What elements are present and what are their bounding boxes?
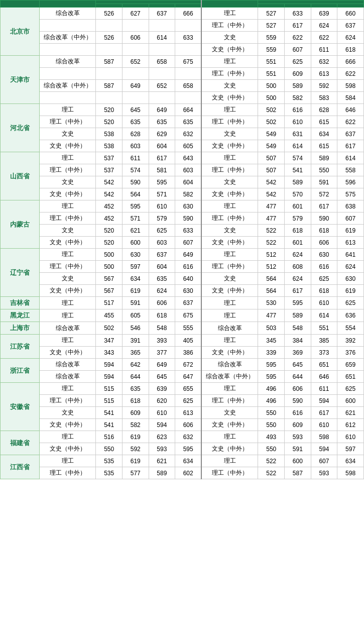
avg-2019-cell: 385 xyxy=(311,335,337,347)
max-2019-cell: 598 xyxy=(337,80,364,92)
table-row: 辽宁省理工500630637649理工512624630641 xyxy=(1,249,364,261)
cat-2019-cell: 理工（中外） xyxy=(201,395,258,407)
table-row: 理工（中外）500597604616理工（中外）512608616624 xyxy=(1,261,364,273)
cat-2020-cell: 理工 xyxy=(39,383,96,395)
key-2020-cell: 515 xyxy=(96,395,123,407)
key-2020-cell: 594 xyxy=(96,359,123,371)
min-2019-cell: 600 xyxy=(285,455,311,467)
key-2019-cell: 522 xyxy=(258,237,285,249)
table-row: 内蒙古理工452595610630理工477601617638 xyxy=(1,200,364,213)
key-2020-cell: 567 xyxy=(96,285,123,297)
cat-2020-cell: 理工 xyxy=(39,200,96,213)
table-row: 理工（中外）535577589602理工（中外）522587593598 xyxy=(1,467,364,479)
min-2019-cell: 587 xyxy=(285,467,311,479)
min-2019-cell: 609 xyxy=(285,68,311,80)
min-2019-cell: 579 xyxy=(285,213,311,225)
avg-2020-cell: 639 xyxy=(149,383,175,395)
category-header-2019 xyxy=(201,1,258,8)
max-2019-cell: 554 xyxy=(337,322,364,335)
max-2019-cell: 575 xyxy=(337,188,364,200)
key-2019-cell: 522 xyxy=(258,225,285,237)
cat-2019-cell: 理工（中外） xyxy=(201,164,258,176)
max-2019-cell: 392 xyxy=(337,335,364,347)
province-cell: 吉林省 xyxy=(1,297,40,309)
avg-2020-cell: 610 xyxy=(149,200,175,213)
min-2020-cell: 645 xyxy=(122,104,149,116)
min-2020-cell xyxy=(122,44,149,56)
avg-2019-cell: 593 xyxy=(311,467,337,479)
cat-2020-cell: 文史（中外） xyxy=(39,285,96,297)
table-row: 吉林省理工517591606637理工530595610625 xyxy=(1,297,364,309)
key-2020-cell: 538 xyxy=(96,128,123,140)
min-2019-cell: 614 xyxy=(285,140,311,152)
max-2020-cell: 640 xyxy=(175,273,202,285)
cat-2020-cell: 文史 xyxy=(39,407,96,419)
max-2019-cell: 622 xyxy=(337,116,364,128)
max-2019-cell: 617 xyxy=(337,140,364,152)
min-2019-cell: 595 xyxy=(285,297,311,309)
table-wrapper: 北京市综合改革526627637666理工527633639660理工（中外）5… xyxy=(0,0,364,479)
key-2019-cell: 522 xyxy=(258,455,285,467)
min-2020-cell: 644 xyxy=(122,371,149,383)
province-cell: 黑龙江 xyxy=(1,309,40,322)
table-row: 文史520621625633文史522618618619 xyxy=(1,225,364,237)
key-2020-cell xyxy=(96,68,123,80)
key-2020-cell: 541 xyxy=(96,419,123,431)
max-2020-cell: 632 xyxy=(175,431,202,443)
avg-2019-cell: 607 xyxy=(311,455,337,467)
year-2019-header xyxy=(258,1,364,4)
avg-2019-cell: 634 xyxy=(311,128,337,140)
avg-2019-cell: 618 xyxy=(311,225,337,237)
key-2019-cell: 559 xyxy=(258,44,285,56)
province-cell: 天津市 xyxy=(1,56,40,104)
avg-2019-cell: 616 xyxy=(311,261,337,273)
cat-2019-cell: 文史 xyxy=(201,32,258,44)
min-2020-cell: 577 xyxy=(122,467,149,479)
min-2019-cell: 607 xyxy=(285,44,311,56)
cat-2019-cell: 文史 xyxy=(201,80,258,92)
cat-2019-cell: 理工 xyxy=(201,200,258,213)
avg-2019-cell: 598 xyxy=(311,431,337,443)
key-2020-cell: 516 xyxy=(96,431,123,443)
min-2019-cell: 616 xyxy=(285,407,311,419)
key-2019-cell: 551 xyxy=(258,68,285,80)
max-2020-cell: 603 xyxy=(175,164,202,176)
avg-2020-cell: 593 xyxy=(149,443,175,455)
avg-2020-cell: 606 xyxy=(149,297,175,309)
min-2020-cell: 628 xyxy=(122,128,149,140)
avg-2020-cell: 637 xyxy=(149,8,175,20)
key-2019-cell: 512 xyxy=(258,249,285,261)
key-2019-cell: 503 xyxy=(258,322,285,335)
min-2020-cell: 618 xyxy=(122,395,149,407)
key-2020-cell: 535 xyxy=(96,455,123,467)
table-row: 山西省理工537611617643理工507574589614 xyxy=(1,152,364,164)
province-cell: 安徽省 xyxy=(1,383,40,431)
avg-2019-cell: 625 xyxy=(311,273,337,285)
avg-2020-cell xyxy=(149,20,175,32)
cat-2020-cell: 理工（中外） xyxy=(39,261,96,273)
key-2020-cell: 452 xyxy=(96,213,123,225)
max-2020 xyxy=(175,4,202,8)
min-2020-cell: 619 xyxy=(122,455,149,467)
cat-2020-cell: 综合改革（中外） xyxy=(39,32,96,44)
avg-2020-cell xyxy=(149,92,175,104)
max-2020-cell: 605 xyxy=(175,140,202,152)
key-2019-cell: 477 xyxy=(258,200,285,213)
max-2019-cell: 624 xyxy=(337,32,364,44)
table-row: 浙江省综合改革594642649672综合改革595645651659 xyxy=(1,359,364,371)
cat-2020-cell: 理工（中外） xyxy=(39,467,96,479)
cat-2020-cell: 文史 xyxy=(39,128,96,140)
min-2019-cell: 633 xyxy=(285,8,311,20)
table-body: 北京市综合改革526627637666理工527633639660理工（中外）5… xyxy=(1,8,364,479)
cat-2020-cell: 综合改革 xyxy=(39,371,96,383)
key-2019-cell: 530 xyxy=(258,297,285,309)
key-2019-cell: 527 xyxy=(258,20,285,32)
table-row: 黑龙江理工455605618675理工477589614636 xyxy=(1,309,364,322)
cat-2020-cell xyxy=(39,20,96,32)
key-2019-cell: 502 xyxy=(258,116,285,128)
province-cell: 内蒙古 xyxy=(1,200,40,249)
key-2020-cell: 343 xyxy=(96,347,123,359)
cat-2020-cell xyxy=(39,68,96,80)
table-row: 理工（中外）520635635635理工（中外）502610615622 xyxy=(1,116,364,128)
cat-2019-cell: 文史 xyxy=(201,128,258,140)
